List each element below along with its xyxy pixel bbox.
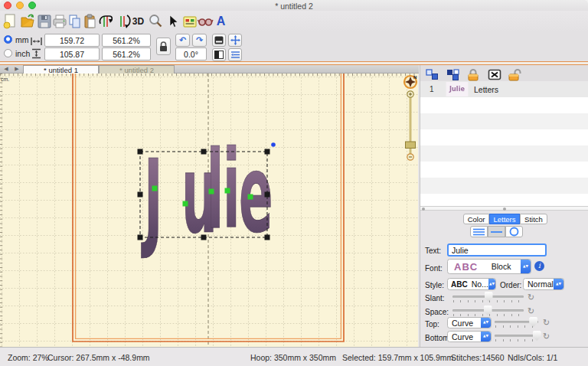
tab-letters[interactable]: Letters [489, 214, 520, 224]
unlock-button[interactable] [507, 67, 524, 82]
tab-untitled-1[interactable]: * untitled 1 [23, 65, 99, 74]
compass-icon: N [404, 75, 416, 89]
top-curve-slider[interactable] [495, 317, 538, 329]
tab-color[interactable]: Color [463, 214, 489, 224]
tab-scroll-right-icon[interactable]: ▶ [11, 65, 22, 74]
font-label: Font: [425, 264, 443, 273]
object-row-letters[interactable]: 1 Julie Letters [420, 81, 588, 97]
status-bar: Zoom: 27% Cursor: 267.5mm x -48.9mm Hoop… [0, 347, 588, 366]
ungroup-button[interactable] [444, 67, 461, 82]
multi-line-icon [473, 228, 485, 236]
tab-untitled-2[interactable]: * untitled 2 [99, 65, 175, 74]
font-preview: ABC [448, 261, 478, 273]
rotate-ccw-icon: ↶ [179, 35, 186, 45]
padlock-icon [158, 41, 168, 52]
splitter-grip-icon [503, 208, 506, 211]
list-stripe [420, 97, 588, 113]
width-percent-field[interactable] [102, 34, 151, 47]
zoom-slider-knob[interactable] [406, 142, 416, 149]
width-value-field[interactable] [44, 34, 100, 47]
rotation-angle-field[interactable] [175, 47, 207, 60]
slant-slider[interactable] [452, 292, 524, 304]
space-label: Space: [425, 308, 449, 316]
top-envelope-dropdown[interactable]: Curve ▲▼ [447, 317, 492, 328]
text-input[interactable] [447, 243, 547, 257]
height-percent-field[interactable] [102, 47, 151, 60]
3d-view-icon[interactable]: 3D [129, 12, 147, 30]
tab-scroll-left-icon[interactable]: ◀ [1, 65, 11, 74]
slider-ticks [495, 325, 538, 328]
lock-proportions-button[interactable] [156, 38, 171, 55]
rotation-handle[interactable] [271, 142, 276, 147]
center-design-button[interactable] [228, 34, 242, 47]
list-stripe [420, 145, 588, 162]
slant-label: Slant: [425, 294, 445, 302]
bottom-curve-slider[interactable] [495, 331, 538, 343]
height-value-field[interactable] [44, 47, 100, 60]
single-line-icon [491, 228, 502, 236]
single-line-button[interactable] [488, 226, 505, 237]
slider-track[interactable] [495, 335, 538, 337]
unit-inch-radio[interactable] [4, 49, 12, 57]
space-slider[interactable] [452, 306, 524, 318]
text-label: Text: [425, 247, 441, 255]
list-stripe [420, 162, 588, 178]
rotate-cw-icon: ↷ [196, 35, 203, 45]
document-tab-bar: ◀ ▶ * untitled 1 * untitled 2 [0, 65, 419, 74]
new-document-icon[interactable] [1, 12, 18, 30]
font-info-button[interactable]: i [534, 261, 544, 271]
window-title: * untitled 2 [0, 2, 588, 11]
object-label: Letters [474, 85, 498, 94]
status-cursor: Cursor: 267.5mm x -48.9mm [47, 353, 150, 362]
unit-inch-label: inch [15, 49, 30, 58]
lock-button[interactable] [465, 67, 482, 82]
circle-layout-button[interactable] [505, 226, 523, 237]
right-panel: 1 Julie Letters Color Letters Stitch [420, 65, 588, 347]
open-file-icon[interactable] [18, 12, 36, 30]
pointer-tool-icon[interactable] [163, 12, 181, 30]
font-dropdown[interactable]: ABC Block ▲▼ [447, 259, 531, 274]
flip-horizontal-icon[interactable] [96, 12, 114, 30]
bottom-reset-icon[interactable]: ↻ [543, 332, 550, 341]
background-toggle-button[interactable] [212, 48, 226, 61]
rotate-ccw-button[interactable]: ↶ [175, 34, 190, 47]
title-bar: * untitled 2 [0, 0, 588, 11]
status-stitches: Stitches:14560 [451, 353, 504, 362]
lettering-tool-icon[interactable]: A [212, 12, 230, 30]
bottom-stepper-icon[interactable]: ▲▼ [481, 332, 491, 341]
hide-object-button[interactable] [486, 67, 503, 82]
splitter-grip-icon [422, 208, 425, 211]
style-label: Style: [425, 281, 444, 289]
rotate-cw-button[interactable]: ↷ [192, 34, 207, 47]
top-ruler-ticks [0, 74, 418, 77]
zoom-tool-icon[interactable] [146, 12, 164, 30]
order-value: Normal [524, 279, 554, 289]
letters-properties-panel: Color Letters Stitch Text: Font: ABC Blo… [420, 211, 588, 347]
font-stepper-icon[interactable]: ▲▼ [521, 260, 531, 273]
style-stepper-icon[interactable]: ▲▼ [488, 279, 495, 289]
order-stepper-icon[interactable]: ▲▼ [554, 279, 564, 289]
object-thumbnail: Julie [446, 82, 469, 96]
bottom-envelope-dropdown[interactable]: Curve ▲▼ [447, 331, 492, 342]
top-reset-icon[interactable]: ↻ [543, 318, 550, 328]
lettering-object[interactable]: J u l i e [141, 126, 273, 262]
order-dropdown[interactable]: Normal ▲▼ [523, 278, 564, 290]
slant-reset-icon[interactable]: ↻ [528, 292, 534, 302]
status-hoop: Hoop: 350mm x 350mm [250, 353, 336, 362]
letter-J[interactable]: J [141, 136, 163, 262]
stitch-order-button[interactable] [212, 34, 226, 47]
style-preview: ABC [448, 280, 468, 289]
slider-ticks [495, 339, 538, 341]
design-canvas[interactable]: cm. N J [0, 74, 418, 347]
tab-stitch[interactable]: Stitch [520, 214, 547, 224]
unit-mm-radio[interactable] [4, 35, 12, 44]
space-reset-icon[interactable]: ↻ [528, 306, 534, 316]
circle-layout-icon [509, 227, 519, 237]
style-dropdown[interactable]: ABC No... ▲▼ [447, 278, 496, 290]
top-stepper-icon[interactable]: ▲▼ [481, 318, 491, 328]
stitch-simulator-icon[interactable] [196, 12, 214, 30]
transform-bar: mm inch ↶ ↷ [0, 32, 588, 61]
multi-line-button[interactable] [470, 226, 488, 237]
group-button[interactable] [423, 67, 440, 82]
align-objects-button[interactable] [228, 48, 242, 61]
